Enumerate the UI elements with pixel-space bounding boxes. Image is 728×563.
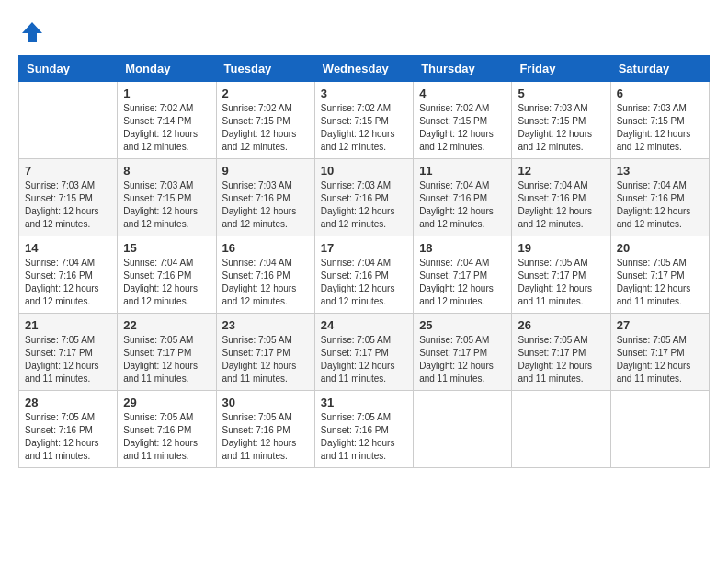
calendar-day-cell: 30Sunrise: 7:05 AM Sunset: 7:16 PM Dayli… <box>216 391 314 468</box>
day-info: Sunrise: 7:04 AM Sunset: 7:16 PM Dayligh… <box>518 179 604 231</box>
calendar-day-cell: 26Sunrise: 7:05 AM Sunset: 7:17 PM Dayli… <box>512 314 610 391</box>
day-info: Sunrise: 7:02 AM Sunset: 7:15 PM Dayligh… <box>419 102 506 154</box>
day-info: Sunrise: 7:05 AM Sunset: 7:16 PM Dayligh… <box>123 411 210 463</box>
calendar-table: SundayMondayTuesdayWednesdayThursdayFrid… <box>18 55 710 468</box>
day-info: Sunrise: 7:05 AM Sunset: 7:17 PM Dayligh… <box>222 334 309 385</box>
day-info: Sunrise: 7:03 AM Sunset: 7:16 PM Dayligh… <box>321 179 407 231</box>
day-number: 1 <box>123 86 210 100</box>
weekday-header: Sunday <box>19 56 118 82</box>
day-info: Sunrise: 7:02 AM Sunset: 7:14 PM Dayligh… <box>123 102 210 154</box>
day-info: Sunrise: 7:05 AM Sunset: 7:16 PM Dayligh… <box>222 411 309 463</box>
day-number: 6 <box>617 86 703 100</box>
page-header <box>18 18 710 46</box>
day-info: Sunrise: 7:05 AM Sunset: 7:17 PM Dayligh… <box>518 257 604 308</box>
calendar-day-cell: 13Sunrise: 7:04 AM Sunset: 7:16 PM Dayli… <box>610 159 709 236</box>
day-number: 29 <box>123 396 210 409</box>
day-number: 25 <box>419 318 506 332</box>
weekday-header: Tuesday <box>216 56 314 82</box>
calendar-day-cell: 11Sunrise: 7:04 AM Sunset: 7:16 PM Dayli… <box>414 159 512 236</box>
day-info: Sunrise: 7:03 AM Sunset: 7:15 PM Dayligh… <box>617 102 703 154</box>
calendar-day-cell: 27Sunrise: 7:05 AM Sunset: 7:17 PM Dayli… <box>610 314 709 391</box>
calendar-day-cell: 22Sunrise: 7:05 AM Sunset: 7:17 PM Dayli… <box>118 314 216 391</box>
weekday-header: Thursday <box>414 56 512 82</box>
logo-icon <box>18 18 46 46</box>
calendar-week-row: 1Sunrise: 7:02 AM Sunset: 7:14 PM Daylig… <box>19 82 710 159</box>
calendar-day-cell: 29Sunrise: 7:05 AM Sunset: 7:16 PM Dayli… <box>118 391 216 468</box>
calendar-day-cell: 2Sunrise: 7:02 AM Sunset: 7:15 PM Daylig… <box>216 82 314 159</box>
day-info: Sunrise: 7:05 AM Sunset: 7:17 PM Dayligh… <box>25 334 111 385</box>
day-number: 30 <box>222 396 309 409</box>
day-number: 2 <box>222 86 309 100</box>
calendar-day-cell <box>19 82 118 159</box>
calendar-day-cell: 1Sunrise: 7:02 AM Sunset: 7:14 PM Daylig… <box>118 82 216 159</box>
calendar-day-cell: 7Sunrise: 7:03 AM Sunset: 7:15 PM Daylig… <box>19 159 118 236</box>
day-info: Sunrise: 7:04 AM Sunset: 7:16 PM Dayligh… <box>321 257 407 308</box>
day-number: 11 <box>419 164 506 178</box>
day-info: Sunrise: 7:02 AM Sunset: 7:15 PM Dayligh… <box>321 102 407 154</box>
day-info: Sunrise: 7:03 AM Sunset: 7:15 PM Dayligh… <box>25 179 111 231</box>
weekday-header: Wednesday <box>314 56 413 82</box>
day-number: 27 <box>617 318 703 332</box>
day-number: 8 <box>123 164 210 178</box>
day-number: 22 <box>123 318 210 332</box>
calendar-week-row: 28Sunrise: 7:05 AM Sunset: 7:16 PM Dayli… <box>19 391 710 468</box>
calendar-body: 1Sunrise: 7:02 AM Sunset: 7:14 PM Daylig… <box>19 82 710 468</box>
day-number: 16 <box>222 241 309 255</box>
calendar-day-cell: 6Sunrise: 7:03 AM Sunset: 7:15 PM Daylig… <box>610 82 709 159</box>
weekday-header: Friday <box>512 56 610 82</box>
calendar-day-cell: 14Sunrise: 7:04 AM Sunset: 7:16 PM Dayli… <box>19 236 118 314</box>
calendar-header: SundayMondayTuesdayWednesdayThursdayFrid… <box>19 56 710 82</box>
day-number: 18 <box>419 241 506 255</box>
calendar-day-cell: 19Sunrise: 7:05 AM Sunset: 7:17 PM Dayli… <box>512 236 610 314</box>
calendar-day-cell: 31Sunrise: 7:05 AM Sunset: 7:16 PM Dayli… <box>314 391 413 468</box>
day-info: Sunrise: 7:04 AM Sunset: 7:16 PM Dayligh… <box>25 257 111 308</box>
calendar-day-cell: 17Sunrise: 7:04 AM Sunset: 7:16 PM Dayli… <box>314 236 413 314</box>
calendar-day-cell <box>512 391 610 468</box>
day-number: 28 <box>25 396 111 409</box>
calendar-day-cell: 25Sunrise: 7:05 AM Sunset: 7:17 PM Dayli… <box>414 314 512 391</box>
day-number: 24 <box>321 318 407 332</box>
calendar-day-cell: 8Sunrise: 7:03 AM Sunset: 7:15 PM Daylig… <box>118 159 216 236</box>
day-info: Sunrise: 7:05 AM Sunset: 7:17 PM Dayligh… <box>617 257 703 308</box>
day-info: Sunrise: 7:04 AM Sunset: 7:16 PM Dayligh… <box>419 179 506 231</box>
calendar-week-row: 21Sunrise: 7:05 AM Sunset: 7:17 PM Dayli… <box>19 314 710 391</box>
day-number: 15 <box>123 241 210 255</box>
day-number: 9 <box>222 164 309 178</box>
calendar-week-row: 14Sunrise: 7:04 AM Sunset: 7:16 PM Dayli… <box>19 236 710 314</box>
day-number: 3 <box>321 86 407 100</box>
day-number: 14 <box>25 241 111 255</box>
calendar-day-cell: 12Sunrise: 7:04 AM Sunset: 7:16 PM Dayli… <box>512 159 610 236</box>
day-info: Sunrise: 7:03 AM Sunset: 7:15 PM Dayligh… <box>518 102 604 154</box>
day-number: 23 <box>222 318 309 332</box>
weekday-header: Monday <box>118 56 216 82</box>
day-info: Sunrise: 7:05 AM Sunset: 7:17 PM Dayligh… <box>123 334 210 385</box>
calendar-day-cell: 4Sunrise: 7:02 AM Sunset: 7:15 PM Daylig… <box>414 82 512 159</box>
day-info: Sunrise: 7:05 AM Sunset: 7:16 PM Dayligh… <box>25 411 111 463</box>
day-info: Sunrise: 7:05 AM Sunset: 7:16 PM Dayligh… <box>321 411 407 463</box>
day-number: 17 <box>321 241 407 255</box>
day-info: Sunrise: 7:04 AM Sunset: 7:16 PM Dayligh… <box>123 257 210 308</box>
day-number: 10 <box>321 164 407 178</box>
day-number: 20 <box>617 241 703 255</box>
day-number: 21 <box>25 318 111 332</box>
day-info: Sunrise: 7:05 AM Sunset: 7:17 PM Dayligh… <box>419 334 506 385</box>
calendar-day-cell: 18Sunrise: 7:04 AM Sunset: 7:17 PM Dayli… <box>414 236 512 314</box>
day-info: Sunrise: 7:05 AM Sunset: 7:17 PM Dayligh… <box>518 334 604 385</box>
calendar-day-cell: 3Sunrise: 7:02 AM Sunset: 7:15 PM Daylig… <box>314 82 413 159</box>
calendar-day-cell <box>414 391 512 468</box>
day-info: Sunrise: 7:04 AM Sunset: 7:16 PM Dayligh… <box>617 179 703 231</box>
calendar-day-cell <box>610 391 709 468</box>
calendar-day-cell: 10Sunrise: 7:03 AM Sunset: 7:16 PM Dayli… <box>314 159 413 236</box>
calendar-day-cell: 16Sunrise: 7:04 AM Sunset: 7:16 PM Dayli… <box>216 236 314 314</box>
day-info: Sunrise: 7:05 AM Sunset: 7:17 PM Dayligh… <box>617 334 703 385</box>
day-number: 13 <box>617 164 703 178</box>
calendar-day-cell: 28Sunrise: 7:05 AM Sunset: 7:16 PM Dayli… <box>19 391 118 468</box>
day-info: Sunrise: 7:04 AM Sunset: 7:16 PM Dayligh… <box>222 257 309 308</box>
day-info: Sunrise: 7:05 AM Sunset: 7:17 PM Dayligh… <box>321 334 407 385</box>
day-number: 19 <box>518 241 604 255</box>
calendar-day-cell: 24Sunrise: 7:05 AM Sunset: 7:17 PM Dayli… <box>314 314 413 391</box>
calendar-day-cell: 5Sunrise: 7:03 AM Sunset: 7:15 PM Daylig… <box>512 82 610 159</box>
day-number: 4 <box>419 86 506 100</box>
day-number: 26 <box>518 318 604 332</box>
day-info: Sunrise: 7:02 AM Sunset: 7:15 PM Dayligh… <box>222 102 309 154</box>
